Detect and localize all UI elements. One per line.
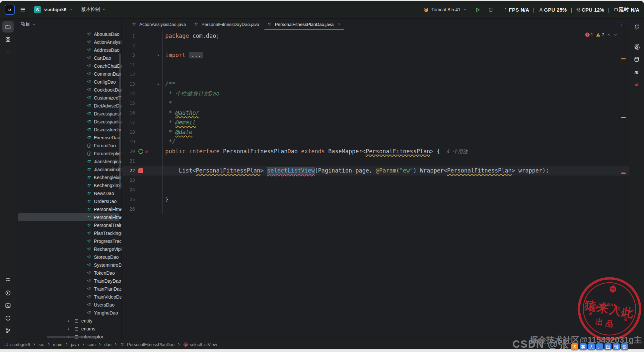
mybatis-button[interactable] xyxy=(631,79,642,90)
code-line[interactable]: 23 xyxy=(122,176,629,185)
tree-horizontal-scrollbar[interactable] xyxy=(47,336,97,338)
tree-item[interactable]: PersonalTrainerDao xyxy=(18,221,119,229)
tree-item[interactable]: KechengxinxiDao xyxy=(18,181,119,189)
code-line[interactable]: 18 * @date xyxy=(122,127,629,137)
tree-item[interactable]: AboutusDao xyxy=(18,30,119,38)
editor-tab[interactable]: PersonalFitnessDayDao.java xyxy=(190,19,263,30)
code-line[interactable]: 17 * @email xyxy=(122,118,629,127)
implementations-gutter-icon[interactable] xyxy=(138,149,143,154)
run-button[interactable] xyxy=(473,5,483,15)
editor-tab[interactable]: PersonalFitnessPlanDao.java xyxy=(263,19,345,30)
fold-collapsed-icon[interactable] xyxy=(156,53,160,57)
code-line[interactable]: 25} xyxy=(122,195,629,204)
breadcrumb-item[interactable]: PersonalFitnessPlanDao xyxy=(120,342,175,347)
run-button[interactable] xyxy=(2,287,14,299)
close-icon[interactable] xyxy=(337,22,341,26)
breadcrumb-item[interactable]: src xyxy=(38,342,44,347)
tree-folder[interactable]: enums xyxy=(18,325,119,333)
tree-folder[interactable]: entity xyxy=(18,317,119,325)
ellipsis-button[interactable] xyxy=(2,46,14,58)
code-line[interactable]: 12 xyxy=(122,70,629,79)
tabs-more-icon[interactable]: ⋮ xyxy=(618,19,624,30)
code-line[interactable]: 3import ... xyxy=(122,50,629,60)
project-panel-header[interactable]: 项目 xyxy=(16,19,121,30)
tree-item[interactable]: CoachChatDao xyxy=(18,62,119,70)
squares-button[interactable] xyxy=(2,34,14,45)
code-line[interactable]: 16 * @author xyxy=(122,108,629,118)
terminal-button[interactable] xyxy=(2,300,14,311)
code-line[interactable]: 2 xyxy=(122,41,629,50)
breadcrumb-item[interactable]: ssmbgnk6 xyxy=(4,342,30,347)
tree-item[interactable]: CommonDao xyxy=(18,70,119,78)
tree-item[interactable]: ExerciseDao xyxy=(18,134,119,142)
code-line[interactable]: 15 * xyxy=(122,99,629,108)
inspections-widget[interactable]: ! 1 7 xyxy=(585,32,617,37)
tree-item[interactable]: CustomizedTrainPlanDao xyxy=(18,94,119,102)
tree-item[interactable]: TrainDayDao xyxy=(18,277,119,285)
code-line[interactable]: 14 * 个性健身计划Dao xyxy=(122,89,629,99)
code-line[interactable]: 20public interface PersonalFitnessPlanDa… xyxy=(122,147,629,156)
tree-item[interactable]: PlanTrackingDao xyxy=(18,229,119,237)
breadcrumb-item[interactable]: mselectListView xyxy=(183,342,217,347)
tree-item[interactable]: YonghuDao xyxy=(18,309,119,317)
tree-item[interactable]: IForumReplyDao xyxy=(18,150,119,158)
debug-button[interactable] xyxy=(486,5,496,15)
tree-item[interactable]: DiscussjiaolianxinxiDao xyxy=(18,118,119,126)
problems-button[interactable] xyxy=(2,313,14,324)
prev-highlight-button[interactable] xyxy=(607,33,611,37)
tree-item[interactable]: NewsDao xyxy=(18,189,119,197)
tree-item[interactable]: OrdersDao xyxy=(18,197,119,205)
tree-item[interactable]: DietAdviseDao xyxy=(18,102,119,110)
structure-button[interactable] xyxy=(2,275,14,286)
tree-item[interactable]: PersonalFitnessDayDao xyxy=(18,205,119,213)
editor-tab[interactable]: ActionAnslysisDao.java xyxy=(128,19,190,30)
code-line[interactable]: 21 xyxy=(122,156,629,166)
ai-assistant-button[interactable] xyxy=(631,41,642,52)
git-branch-button[interactable] xyxy=(2,325,14,336)
tree-item[interactable]: ConfigDao xyxy=(18,78,119,86)
tree-item[interactable]: IForumDao xyxy=(18,142,119,150)
run-configuration-widget[interactable]: Tomcat 8.5.41 xyxy=(421,6,469,14)
fold-expanded-icon[interactable] xyxy=(156,82,160,86)
tree-item[interactable]: JiaolianxinxiDao xyxy=(18,166,119,174)
tree-item[interactable]: JianshenqicaiDao xyxy=(18,158,119,166)
tree-item[interactable]: RechargeVipRecordDao xyxy=(18,245,119,253)
project-widget[interactable]: S ssmbgnk6 xyxy=(31,5,75,15)
mybatis-gutter-icon[interactable] xyxy=(144,149,149,154)
breadcrumb-item[interactable]: dao xyxy=(104,342,111,347)
tree-item[interactable]: UsersDao xyxy=(18,301,119,309)
tree-item[interactable]: TrainPlanDao xyxy=(18,285,119,293)
code-line[interactable]: 19 */ xyxy=(122,137,629,147)
breadcrumb-item[interactable]: main xyxy=(53,342,62,347)
breadcrumb-item[interactable]: com xyxy=(88,342,96,347)
code-editor[interactable]: 1package com.dao;23import ...111213/**14… xyxy=(122,30,629,339)
tree-item[interactable]: ActionAnslysisDao xyxy=(18,38,119,46)
maven-button[interactable]: m xyxy=(631,66,642,78)
tree-item[interactable]: KechengleixingDao xyxy=(18,174,119,181)
code-line[interactable]: 26 xyxy=(122,204,629,214)
tree-item[interactable]: TrainVideoDao xyxy=(18,293,119,301)
next-highlight-button[interactable] xyxy=(613,33,617,37)
code-line[interactable]: 24 xyxy=(122,185,629,195)
tree-item[interactable]: CookbookDao xyxy=(18,86,119,94)
tree-item[interactable]: CartDao xyxy=(18,54,119,62)
vcs-widget[interactable]: 版本控制 xyxy=(79,5,109,14)
tree-item[interactable]: TokenDao xyxy=(18,269,119,277)
main-menu-button[interactable] xyxy=(18,5,28,15)
folder-button[interactable] xyxy=(2,21,14,33)
tree-item[interactable]: PersonalFitnessPlanDao xyxy=(18,213,119,221)
error-gutter-icon[interactable]: ! xyxy=(138,168,143,173)
tree-item[interactable]: AddressDao xyxy=(18,46,119,54)
database-button[interactable] xyxy=(631,54,642,65)
code-line[interactable]: 11 xyxy=(122,60,629,70)
notifications-button[interactable] xyxy=(631,21,642,33)
tree-item[interactable]: DiscusskechengxinxiDao xyxy=(18,126,119,134)
tree-item[interactable]: DiscussjianshenqicaiDao xyxy=(18,110,119,118)
code-line[interactable]: 13/** xyxy=(122,79,629,89)
code-line[interactable]: 22! List<PersonalFitnessPlan> selectList… xyxy=(122,166,629,176)
tree-vertical-scrollbar[interactable] xyxy=(119,53,121,189)
tree-item[interactable]: ProgressTrackingDao xyxy=(18,237,119,245)
tree-item[interactable]: SystemintroDao xyxy=(18,261,119,269)
breadcrumb-item[interactable]: java xyxy=(71,342,79,347)
tree-item[interactable]: StoreupDao xyxy=(18,253,119,261)
